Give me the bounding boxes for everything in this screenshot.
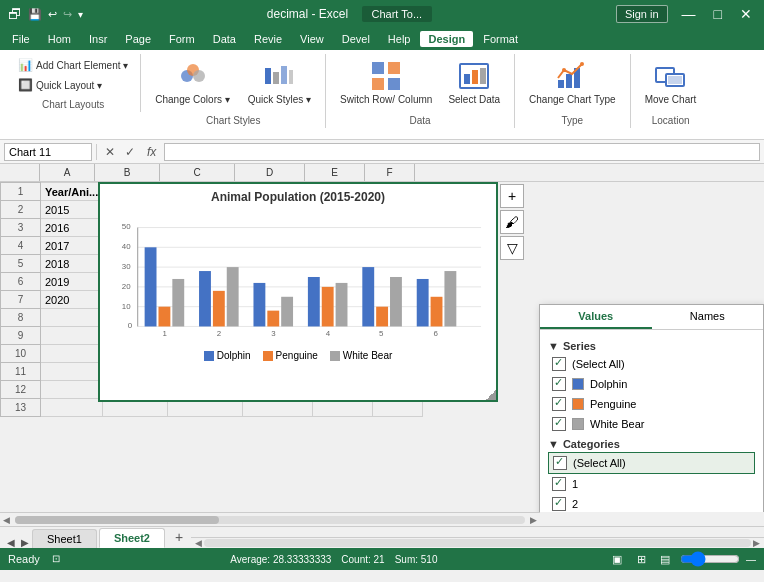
maximize-icon[interactable]: □: [710, 6, 726, 22]
col-header-e: E: [305, 164, 365, 181]
page-break-icon[interactable]: ▤: [656, 550, 674, 568]
menu-item-data[interactable]: Data: [205, 31, 244, 47]
category-select-all-checkbox[interactable]: [553, 456, 567, 470]
change-chart-type-button[interactable]: Change Chart Type: [523, 56, 622, 110]
categories-section-header[interactable]: ▼ Categories: [548, 438, 755, 450]
grid-cell[interactable]: 2020: [41, 291, 103, 309]
ready-label: Ready: [8, 553, 40, 565]
col-header-a: A: [40, 164, 95, 181]
menu-item-format[interactable]: Format: [475, 31, 526, 47]
filter-chart-tool-button[interactable]: ▽: [500, 236, 524, 260]
series-penguine-checkbox[interactable]: [552, 397, 566, 411]
grid-cell[interactable]: [41, 363, 103, 381]
name-box[interactable]: [4, 143, 92, 161]
grid-cell[interactable]: Year/Ani...: [41, 183, 103, 201]
menu-item-insr[interactable]: Insr: [81, 31, 115, 47]
zoom-level: —: [746, 554, 756, 565]
scroll-right-icon[interactable]: ▶: [527, 515, 540, 525]
chart-overlay[interactable]: Animal Population (2015-2020) 0 10 20 30…: [98, 182, 498, 402]
change-colors-icon: [177, 60, 209, 92]
quick-layout-icon: 🔲: [18, 78, 33, 92]
sign-in-button[interactable]: Sign in: [616, 5, 668, 23]
status-right: ▣ ⊞ ▤ —: [608, 550, 756, 568]
sheet-scroll-area[interactable]: ◀ ▶: [191, 537, 764, 548]
category-2-checkbox[interactable]: [552, 497, 566, 511]
sheet-nav-left-icon[interactable]: ◀: [4, 537, 18, 548]
svg-rect-15: [472, 70, 478, 84]
series-dolphin-checkbox[interactable]: [552, 377, 566, 391]
add-chart-element-button[interactable]: 📊 Add Chart Element ▾: [14, 56, 132, 74]
add-sheet-button[interactable]: +: [167, 526, 191, 548]
style-chart-tool-button[interactable]: 🖌: [500, 210, 524, 234]
ribbon-tab-label[interactable]: Chart To...: [362, 6, 433, 22]
excel-logo-icon: 🗗: [8, 6, 22, 22]
menu-item-help[interactable]: Help: [380, 31, 419, 47]
grid-cell[interactable]: 2019: [41, 273, 103, 291]
minimize-icon[interactable]: —: [678, 6, 700, 22]
grid-cell[interactable]: 2017: [41, 237, 103, 255]
row-number-cell: 10: [1, 345, 41, 363]
menu-item-page[interactable]: Page: [117, 31, 159, 47]
page-layout-icon[interactable]: ⊞: [632, 550, 650, 568]
sheet-tab-sheet2[interactable]: Sheet2: [99, 528, 165, 548]
customize-icon[interactable]: ▾: [78, 9, 83, 20]
save-icon[interactable]: 💾: [28, 8, 42, 21]
sheet-nav-right-icon[interactable]: ▶: [18, 537, 32, 548]
grid-cell[interactable]: [41, 309, 103, 327]
quick-layout-button[interactable]: 🔲 Quick Layout ▾: [14, 76, 106, 94]
panel-tab-names[interactable]: Names: [652, 305, 764, 329]
category-1-checkbox[interactable]: [552, 477, 566, 491]
grid-cell[interactable]: [41, 345, 103, 363]
scroll-left-icon[interactable]: ◀: [0, 515, 13, 525]
svg-text:4: 4: [326, 329, 331, 338]
svg-text:6: 6: [434, 329, 439, 338]
horizontal-scrollbar[interactable]: ◀ ▶: [0, 512, 540, 526]
close-icon[interactable]: ✕: [736, 6, 756, 22]
select-data-icon: [458, 60, 490, 92]
resize-handle[interactable]: [486, 390, 496, 400]
grid-cell[interactable]: 2016: [41, 219, 103, 237]
series-select-all-checkbox[interactable]: [552, 357, 566, 371]
grid-cell[interactable]: [41, 381, 103, 399]
series-white-bear-checkbox[interactable]: [552, 417, 566, 431]
scroll-thumb[interactable]: [15, 516, 219, 524]
menu-item-form[interactable]: Form: [161, 31, 203, 47]
grid-cell[interactable]: [41, 327, 103, 345]
grid-cell[interactable]: [41, 399, 103, 417]
formula-input[interactable]: [164, 143, 760, 161]
grid-cell[interactable]: 2015: [41, 201, 103, 219]
row-number-cell: 2: [1, 201, 41, 219]
redo-icon[interactable]: ↪: [63, 8, 72, 21]
svg-rect-7: [372, 62, 384, 74]
series-section-header[interactable]: ▼ Series: [548, 340, 755, 352]
svg-point-21: [562, 68, 566, 72]
menu-item-revie[interactable]: Revie: [246, 31, 290, 47]
switch-row-column-button[interactable]: Switch Row/ Column: [334, 56, 438, 110]
row-number-cell: 3: [1, 219, 41, 237]
normal-view-icon[interactable]: ▣: [608, 550, 626, 568]
menu-item-view[interactable]: View: [292, 31, 332, 47]
menu-item-devel[interactable]: Devel: [334, 31, 378, 47]
confirm-formula-button[interactable]: ✓: [121, 143, 139, 161]
sheet-tab-sheet1[interactable]: Sheet1: [32, 529, 97, 548]
undo-icon[interactable]: ↩: [48, 8, 57, 21]
svg-text:3: 3: [271, 329, 276, 338]
ribbon-group-type: Change Chart Type Type: [515, 54, 631, 128]
row-number-cell: 6: [1, 273, 41, 291]
scroll-track[interactable]: [15, 516, 525, 524]
grid-cell[interactable]: 2018: [41, 255, 103, 273]
col-header-c: C: [160, 164, 235, 181]
change-colors-button[interactable]: Change Colors ▾: [149, 56, 235, 110]
zoom-slider[interactable]: [680, 555, 740, 563]
cancel-formula-button[interactable]: ✕: [101, 143, 119, 161]
quick-styles-button[interactable]: Quick Styles ▾: [242, 56, 317, 110]
ribbon-group-chart-layouts: 📊 Add Chart Element ▾ 🔲 Quick Layout ▾ C…: [6, 54, 141, 112]
menu-item-file[interactable]: File: [4, 31, 38, 47]
add-chart-tool-button[interactable]: +: [500, 184, 524, 208]
select-data-ribbon-button[interactable]: Select Data: [442, 56, 506, 110]
move-chart-button[interactable]: Move Chart: [639, 56, 703, 110]
menu-item-design[interactable]: Design: [420, 31, 473, 47]
row-number-cell: 12: [1, 381, 41, 399]
panel-tab-values[interactable]: Values: [540, 305, 652, 329]
menu-item-hom[interactable]: Hom: [40, 31, 79, 47]
